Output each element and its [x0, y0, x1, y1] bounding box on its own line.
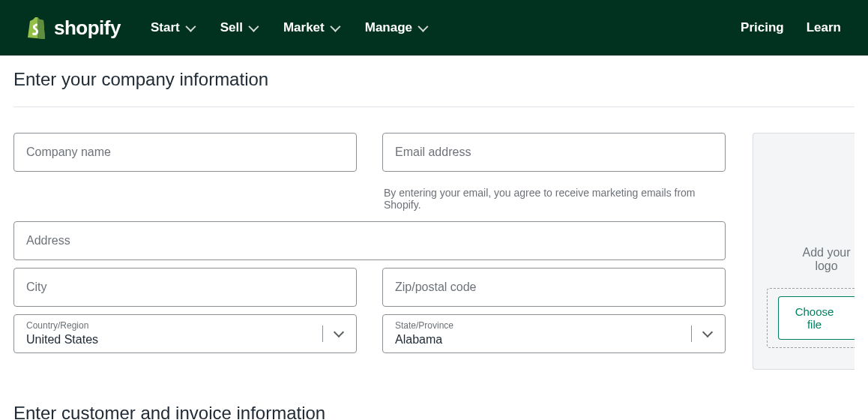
- nav-right: Pricing Learn: [741, 20, 841, 35]
- state-label: State/Province: [395, 321, 713, 330]
- row-address: [13, 221, 726, 260]
- nav-label: Start: [151, 20, 180, 35]
- upload-title: Add your logo: [753, 246, 855, 273]
- zip-field: [382, 268, 726, 307]
- chevron-down-icon: [248, 22, 259, 32]
- nav-label: Manage: [365, 20, 412, 35]
- row-name-email: [13, 133, 726, 172]
- nav-left: Start Sell Market Manage: [151, 20, 426, 35]
- address-input[interactable]: [13, 221, 726, 260]
- nav-start[interactable]: Start: [151, 20, 193, 35]
- nav-sell[interactable]: Sell: [220, 20, 256, 35]
- email-hint-wrap: By entering your email, you agree to rec…: [382, 182, 726, 221]
- country-value: United States: [26, 333, 344, 346]
- chevron-down-icon: [185, 22, 196, 32]
- zip-input[interactable]: [382, 268, 726, 307]
- city-field: [13, 268, 357, 307]
- select-divider: [691, 326, 692, 342]
- brand-text: shopify: [54, 16, 121, 40]
- nav-pricing[interactable]: Pricing: [741, 20, 784, 35]
- nav-label: Sell: [220, 20, 243, 35]
- row-country-state: Country/Region United States State/Provi…: [13, 314, 726, 353]
- address-field: [13, 221, 726, 260]
- nav-manage[interactable]: Manage: [365, 20, 426, 35]
- email-hint: By entering your email, you agree to rec…: [384, 187, 726, 211]
- nav-label: Market: [283, 20, 325, 35]
- nav-learn[interactable]: Learn: [807, 20, 841, 35]
- form-right-column: Add your logo Choose file: [753, 133, 855, 370]
- country-label: Country/Region: [26, 321, 344, 330]
- chevron-down-icon: [330, 22, 340, 32]
- top-nav: shopify Start Sell Market Manage Pricing…: [0, 0, 868, 56]
- hint-spacer: [13, 182, 357, 221]
- company-form-area: By entering your email, you agree to rec…: [13, 133, 855, 370]
- row-city-zip: [13, 268, 726, 307]
- form-left-column: By entering your email, you agree to rec…: [13, 133, 726, 370]
- nav-market[interactable]: Market: [283, 20, 338, 35]
- select-divider: [322, 326, 323, 342]
- country-select[interactable]: Country/Region United States: [13, 314, 357, 353]
- logo-upload-panel: Add your logo Choose file: [753, 133, 855, 370]
- row-hint: By entering your email, you agree to rec…: [13, 182, 726, 221]
- email-field: [382, 133, 726, 172]
- state-value: Alabama: [395, 333, 713, 346]
- shopify-bag-icon: [25, 15, 48, 40]
- company-name-input[interactable]: [13, 133, 357, 172]
- state-select[interactable]: State/Province Alabama: [382, 314, 726, 353]
- choose-file-button[interactable]: Choose file: [778, 296, 855, 340]
- company-name-field: [13, 133, 357, 172]
- chevron-down-icon: [418, 22, 428, 32]
- email-input[interactable]: [382, 133, 726, 172]
- upload-dropzone[interactable]: Choose file: [767, 288, 855, 348]
- customer-section-title: Enter customer and invoice information: [13, 403, 855, 420]
- city-input[interactable]: [13, 268, 357, 307]
- page-body: Enter your company information By enteri…: [0, 56, 868, 420]
- company-section-title: Enter your company information: [13, 69, 855, 107]
- brand-logo[interactable]: shopify: [25, 15, 121, 40]
